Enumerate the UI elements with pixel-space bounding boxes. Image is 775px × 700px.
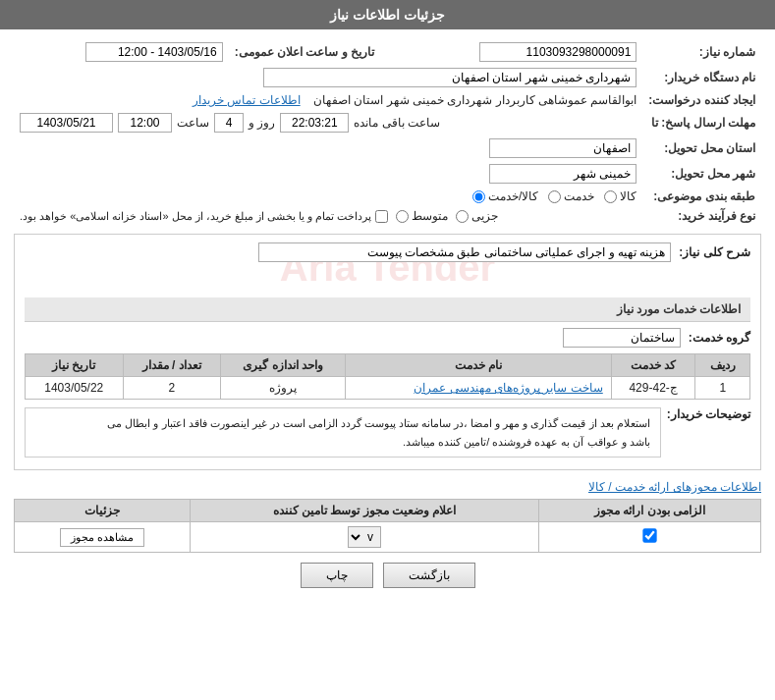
requester-value: ابوالقاسم عموشاهی کاربردار شهرداری خمینی… (14, 90, 642, 110)
view-attachment-button[interactable]: مشاهده مجوز (60, 528, 144, 547)
response-deadline-value: ساعت باقی مانده روز و ساعت (14, 110, 642, 135)
attachments-link[interactable]: اطلاعات مجوزهای ارائه خدمت / کالا (14, 480, 761, 494)
purchase-type-label: نوع فرآیند خرید: (642, 206, 761, 226)
announcement-date-input[interactable] (85, 42, 223, 62)
category-value: کالا خدمت کالا/خدمت (14, 187, 642, 206)
buyer-notes-text1: استعلام بعد از قیمت گذاری و مهر و امضا ،… (35, 414, 650, 433)
need-number-label: شماره نیاز: (642, 39, 761, 65)
cell-qty: 2 (123, 377, 220, 400)
category-goods-service-label: کالا/خدمت (488, 189, 538, 203)
attach-status-cell: v (191, 522, 538, 553)
attach-required-cell (538, 522, 760, 553)
purchase-type-partial-radio[interactable] (456, 210, 469, 223)
response-deadline-label: مهلت ارسال پاسخ: تا (642, 110, 761, 135)
days-label: روز و (249, 116, 275, 130)
announcement-date-label: تاریخ و ساعت اعلان عمومی: (229, 39, 380, 65)
buyer-notes-content: استعلام بعد از قیمت گذاری و مهر و امضا ،… (25, 407, 661, 458)
col-unit: واحد اندازه گیری (221, 354, 346, 377)
col-date: تاریخ نیاز (26, 354, 124, 377)
deadline-date-input[interactable] (20, 113, 113, 133)
attach-table: الزامی بودن ارائه مجوز اعلام وضعیت مجوز … (14, 499, 761, 553)
days-input[interactable] (214, 113, 244, 133)
info-table: شماره نیاز: تاریخ و ساعت اعلان عمومی: نا… (14, 39, 761, 226)
delivery-province-value (14, 135, 642, 161)
need-number-value (400, 39, 642, 65)
purchase-type-checkbox[interactable] (375, 210, 388, 223)
category-service-radio[interactable] (548, 190, 561, 203)
requester-label: ایجاد کننده درخواست: (642, 90, 761, 110)
purchase-type-value: جزیی متوسط پرداخت تمام و یا بخشی از مبلغ… (14, 206, 642, 226)
attach-col-status: اعلام وضعیت مجوز توسط تامین کننده (191, 500, 538, 522)
attach-details-cell: مشاهده مجوز (15, 522, 191, 553)
purchase-type-medium-label: متوسط (412, 209, 448, 223)
page-container: جزئیات اطلاعات نیاز شماره نیاز: تاریخ و … (0, 0, 775, 700)
buyer-notes-row: توضیحات خریدار: استعلام بعد از قیمت گذار… (25, 407, 750, 461)
attach-col-details: جزئیات (15, 500, 191, 522)
announcement-date-value (14, 39, 229, 65)
requester-text: ابوالقاسم عموشاهی کاربردار شهرداری خمینی… (313, 93, 637, 107)
main-content: شماره نیاز: تاریخ و ساعت اعلان عمومی: نا… (0, 29, 775, 613)
page-title: جزئیات اطلاعات نیاز (330, 7, 445, 23)
attach-row: v مشاهده مجوز (15, 522, 761, 553)
need-summary-section: Aria Tender شرح کلی نیاز: اطلاعات خدمات … (14, 234, 761, 470)
buyer-org-value (14, 65, 642, 90)
need-summary-label: شرح کلی نیاز: (679, 245, 750, 259)
col-code: کد خدمت (611, 354, 695, 377)
back-button[interactable]: بازگشت (383, 563, 475, 588)
remaining-label: ساعت باقی مانده (354, 116, 440, 130)
remaining-input[interactable] (280, 113, 349, 133)
deadline-time-input[interactable] (118, 113, 172, 133)
service-name-link[interactable]: ساخت سایر پروژه‌های مهندسی عمران (414, 381, 602, 395)
service-table: ردیف کد خدمت نام خدمت واحد اندازه گیری ت… (25, 353, 750, 400)
purchase-type-note: پرداخت تمام و یا بخشی از مبلغ خرید، از م… (20, 210, 371, 223)
category-goods-service-radio[interactable] (472, 190, 485, 203)
page-header: جزئیات اطلاعات نیاز (0, 0, 775, 29)
service-group-label: گروه خدمت: (689, 331, 750, 345)
attach-status-select[interactable]: v (348, 526, 381, 548)
need-summary-content: Aria Tender شرح کلی نیاز: اطلاعات خدمات … (15, 235, 760, 469)
purchase-type-partial-label: جزیی (471, 209, 498, 223)
service-group-row: گروه خدمت: (25, 328, 750, 348)
need-number-input[interactable] (479, 42, 637, 62)
col-row: ردیف (695, 354, 750, 377)
attach-required-checkbox[interactable] (642, 529, 656, 543)
time-label: ساعت (177, 116, 209, 130)
delivery-province-input[interactable] (489, 138, 637, 158)
category-label: طبقه بندی موضوعی: (642, 187, 761, 206)
buyer-notes-text2: باشد و عواقب آن به عهده فروشنده /تامین ک… (35, 433, 650, 452)
cell-row: 1 (695, 377, 750, 400)
buyer-notes-label: توضیحات خریدار: (667, 407, 750, 461)
service-group-input[interactable] (563, 328, 681, 348)
purchase-type-medium-radio[interactable] (396, 210, 409, 223)
bottom-buttons: بازگشت چاپ (14, 553, 761, 603)
col-qty: تعداد / مقدار (123, 354, 220, 377)
contact-link[interactable]: اطلاعات تماس خریدار (193, 93, 301, 107)
delivery-city-input[interactable] (489, 164, 637, 184)
table-row: 1 ج-42-429 ساخت سایر پروژه‌های مهندسی عم… (26, 377, 750, 400)
category-goods-label: کالا (620, 189, 637, 203)
services-section-header: اطلاعات خدمات مورد نیاز (25, 297, 750, 322)
category-service-label: خدمت (564, 189, 594, 203)
cell-code: ج-42-429 (611, 377, 695, 400)
cell-name: ساخت سایر پروژه‌های مهندسی عمران (346, 377, 611, 400)
attach-col-required: الزامی بودن ارائه مجوز (538, 500, 760, 522)
delivery-province-label: استان محل تحویل: (642, 135, 761, 161)
buyer-org-input[interactable] (263, 68, 637, 87)
delivery-city-label: شهر محل تحویل: (642, 161, 761, 187)
need-summary-input[interactable] (258, 242, 671, 262)
print-button[interactable]: چاپ (301, 563, 373, 588)
cell-date: 1403/05/22 (26, 377, 124, 400)
cell-unit: پروژه (221, 377, 346, 400)
buyer-org-label: نام دستگاه خریدار: (642, 65, 761, 90)
category-goods-radio[interactable] (604, 190, 617, 203)
col-name: نام خدمت (346, 354, 611, 377)
delivery-city-value (14, 161, 642, 187)
